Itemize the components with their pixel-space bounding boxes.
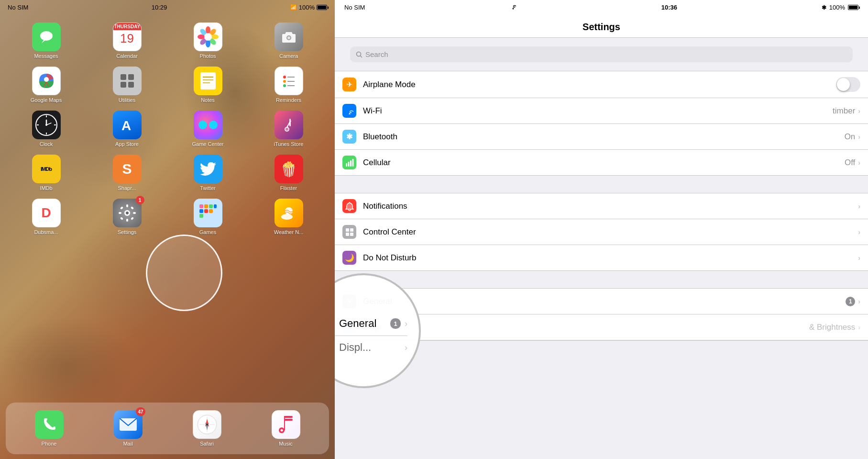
- notifications-icon-svg: [345, 202, 354, 211]
- carrier-label: No SIM: [8, 4, 28, 11]
- wifi-value: timber: [833, 106, 855, 116]
- svg-point-72: [206, 424, 208, 425]
- cellular-label: Cellular: [363, 158, 845, 168]
- dock-music[interactable]: Music: [246, 406, 325, 450]
- utilities-icon: [113, 67, 142, 95]
- svg-rect-53: [120, 217, 123, 220]
- dock-mail[interactable]: 47 Mail: [88, 406, 167, 450]
- app-flixster[interactable]: 🍿 Flixster: [248, 151, 329, 195]
- wifi-chevron: ›: [858, 107, 860, 115]
- app-photos[interactable]: Photos: [167, 19, 248, 63]
- bluetooth-status-icon: ✱: [822, 4, 826, 11]
- signal-icon: 📶: [290, 4, 297, 11]
- appstore-icon: A: [113, 111, 142, 139]
- svg-rect-61: [209, 209, 213, 213]
- dock-safari[interactable]: Safari: [167, 406, 246, 450]
- app-itunes[interactable]: iTunes Store: [248, 107, 329, 151]
- cellular-row[interactable]: Cellular Off ›: [335, 150, 868, 175]
- app-googlemaps[interactable]: Google Maps: [6, 63, 87, 107]
- games-label: Games: [199, 229, 216, 235]
- clock-time: 10:29: [152, 4, 167, 11]
- svg-rect-82: [346, 163, 347, 167]
- search-bar[interactable]: Search: [350, 46, 853, 62]
- app-twitter[interactable]: Twitter: [167, 151, 248, 195]
- dubsmash-icon: D: [32, 199, 61, 227]
- camera-icon: [275, 22, 303, 51]
- general-chevron: ›: [858, 298, 860, 305]
- twitter-icon: [194, 155, 222, 183]
- calendar-icon: THURSDAY 19: [113, 22, 142, 51]
- controlcenter-row[interactable]: Control Center ›: [335, 219, 868, 245]
- notifications-row[interactable]: Notifications ›: [335, 193, 868, 219]
- settings-status-bar: No SIM 10:36 ✱ 100%: [335, 0, 868, 15]
- svg-rect-51: [120, 206, 123, 210]
- dock: Phone 47 Mail: [6, 403, 329, 454]
- notifications-chevron: ›: [858, 202, 860, 210]
- dubsmash-label: Dubsma...: [34, 229, 58, 235]
- itunes-label: iTunes Store: [274, 141, 304, 147]
- reminders-icon: [275, 67, 303, 95]
- photos-icon: [194, 22, 222, 51]
- calendar-month: THURSDAY: [113, 23, 141, 30]
- dock-phone[interactable]: Phone: [10, 406, 88, 450]
- shapr-label: Shapr...: [118, 185, 136, 191]
- battery-icon: [317, 5, 327, 10]
- app-reminders[interactable]: Reminders: [248, 63, 329, 107]
- app-clock[interactable]: Clock: [6, 107, 87, 151]
- weather-icon: [275, 199, 303, 227]
- calendar-day: 19: [113, 30, 141, 45]
- googlemaps-icon: [32, 67, 61, 95]
- donotdisturb-row[interactable]: 🌙 Do Not Disturb ›: [335, 245, 868, 270]
- bluetooth-label: Bluetooth: [363, 132, 845, 142]
- section-spacer-2: [335, 280, 868, 288]
- app-camera[interactable]: Camera: [248, 19, 329, 63]
- app-dubsmash[interactable]: D Dubsma...: [6, 195, 87, 239]
- svg-point-76: [280, 429, 283, 432]
- app-notes[interactable]: Notes: [167, 63, 248, 107]
- toggle-knob: [837, 78, 850, 91]
- donotdisturb-chevron: ›: [858, 254, 860, 262]
- svg-rect-85: [352, 159, 353, 167]
- airplane-mode-icon: ✈: [342, 78, 356, 91]
- notes-label: Notes: [201, 97, 215, 103]
- app-shapr[interactable]: S Shapr...: [87, 151, 167, 195]
- svg-point-81: [349, 113, 350, 114]
- bluetooth-row[interactable]: ✱ Bluetooth On ›: [335, 124, 868, 150]
- app-messages[interactable]: Messages: [6, 19, 87, 63]
- notifications-settings-icon: [342, 199, 356, 213]
- settings-scroll-content: ✈ Airplane Mode: [335, 71, 868, 459]
- svg-rect-19: [121, 82, 126, 88]
- svg-rect-56: [204, 204, 208, 208]
- app-weather[interactable]: Weather N...: [248, 195, 329, 239]
- airplane-mode-toggle[interactable]: [836, 77, 860, 92]
- svg-rect-62: [199, 214, 203, 218]
- weather-label: Weather N...: [274, 229, 304, 235]
- cellular-icon-svg: [345, 158, 354, 167]
- app-appstore[interactable]: A App Store: [87, 107, 167, 151]
- app-imdb[interactable]: IMDb IMDb: [6, 151, 87, 195]
- mag-display-chevron: ›: [405, 343, 407, 353]
- wifi-label: Wi-Fi: [363, 106, 833, 116]
- phone-dock-label: Phone: [42, 441, 57, 447]
- googlemaps-label: Google Maps: [31, 97, 62, 103]
- app-utilities[interactable]: Utilities: [87, 63, 167, 107]
- gamecenter-label: Game Center: [192, 141, 223, 147]
- settings-label: Settings: [118, 229, 137, 235]
- app-settings[interactable]: 1 Settings: [87, 195, 167, 239]
- app-calendar[interactable]: THURSDAY 19 Calendar: [87, 19, 167, 63]
- svg-rect-83: [348, 162, 349, 167]
- clock-label: Clock: [40, 141, 53, 147]
- mag-general-badge: 1: [390, 318, 401, 329]
- safari-icon: [193, 410, 221, 439]
- app-gamecenter[interactable]: Game Center: [167, 107, 248, 151]
- svg-rect-21: [200, 72, 216, 90]
- wifi-row[interactable]: Wi-Fi timber ›: [335, 98, 868, 124]
- general-section: General 1 › ☀ Displ... & Brightness ›: [335, 288, 868, 341]
- status-bar-left: No SIM 10:29 📶 100%: [0, 0, 335, 15]
- imdb-label: IMDb: [40, 185, 52, 191]
- wifi-status-icon: [509, 5, 517, 11]
- settings-battery-icon: [848, 5, 858, 10]
- svg-point-1: [40, 31, 53, 41]
- app-games[interactable]: Games: [167, 195, 248, 239]
- airplane-mode-row[interactable]: ✈ Airplane Mode: [335, 71, 868, 98]
